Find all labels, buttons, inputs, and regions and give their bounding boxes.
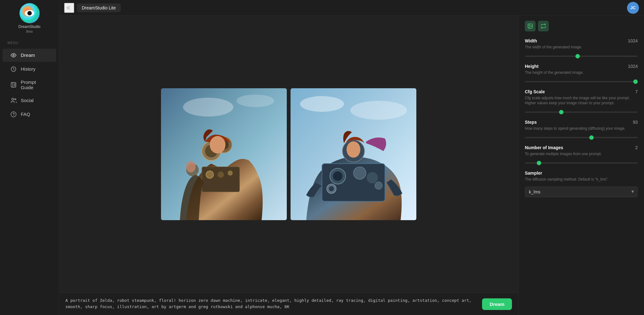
svg-point-21 [218, 171, 224, 178]
sampler-select[interactable]: k_lms k_euler k_euler_ancestral k_heun k… [525, 187, 638, 197]
width-slider[interactable] [525, 56, 638, 57]
num-images-slider[interactable] [525, 162, 638, 164]
svg-point-30 [333, 171, 342, 181]
svg-point-13 [236, 95, 274, 107]
cfg-scale-value: 7 [635, 89, 638, 94]
sidebar-item-social-label: Social [21, 98, 34, 103]
image-svg-2 [291, 88, 416, 220]
sidebar-item-prompt-guide-label: Prompt Guide [21, 79, 49, 90]
logo[interactable]: DreamStudio Beta [18, 3, 40, 34]
sampler-desc: The diffusion sampling method. Default i… [525, 177, 638, 182]
sidebar-item-dream[interactable]: Dream [3, 49, 56, 62]
width-desc: The width of the generated image. [525, 45, 638, 50]
svg-point-37 [375, 182, 382, 189]
logo-beta: Beta [18, 30, 40, 34]
num-images-header: Number of Images 2 [525, 145, 638, 150]
num-images-value: 2 [635, 145, 638, 150]
height-header: Height 1024 [525, 64, 638, 69]
help-icon [10, 111, 17, 118]
sidebar-item-history[interactable]: History [3, 62, 56, 76]
num-images-desc: To generate multiple images from one pro… [525, 151, 638, 157]
panel-top-icons [525, 21, 638, 31]
sidebar-item-faq[interactable]: FAQ [3, 108, 56, 121]
svg-point-20 [206, 171, 214, 178]
swap-icon-button[interactable] [538, 21, 549, 31]
num-images-label: Number of Images [525, 145, 563, 150]
svg-point-12 [183, 98, 233, 117]
height-slider-container[interactable] [525, 78, 638, 84]
user-avatar[interactable]: JC [627, 2, 639, 14]
clock-icon [10, 66, 17, 73]
num-images-setting: Number of Images 2 To generate multiple … [525, 145, 638, 165]
dream-button[interactable]: Dream [482, 298, 512, 310]
steps-label: Steps [525, 120, 537, 125]
sidebar-item-prompt-guide[interactable]: Prompt Guide [3, 76, 56, 93]
svg-point-32 [367, 172, 378, 183]
image-icon-button[interactable] [525, 21, 536, 31]
svg-rect-28 [322, 164, 385, 201]
cfg-scale-label: Cfg Scale [525, 89, 545, 94]
eye-icon [10, 52, 17, 59]
cfg-scale-header: Cfg Scale 7 [525, 89, 638, 94]
generated-image-1[interactable] [161, 88, 287, 220]
svg-point-9 [11, 111, 16, 117]
svg-point-34 [347, 141, 360, 158]
svg-point-22 [228, 171, 233, 176]
logo-eye [25, 10, 34, 16]
height-setting: Height 1024 The height of the generated … [525, 64, 638, 84]
sidebar-item-faq-label: FAQ [21, 111, 30, 117]
svg-point-36 [329, 186, 334, 191]
canvas-area: A portrait of Zelda, robot steampunk, fl… [59, 16, 518, 315]
width-value: 1024 [628, 38, 638, 43]
steps-value: 93 [633, 120, 638, 125]
sidebar: DreamStudio Beta MENU Dream History Prom… [0, 0, 59, 315]
svg-point-18 [210, 136, 225, 154]
users-icon [10, 97, 17, 104]
height-desc: The height of the generated image. [525, 70, 638, 75]
svg-rect-19 [202, 167, 240, 192]
cfg-scale-slider-container[interactable] [525, 108, 638, 114]
sidebar-item-dream-label: Dream [21, 52, 35, 58]
steps-slider-container[interactable] [525, 134, 638, 139]
steps-slider[interactable] [525, 137, 638, 138]
svg-point-0 [13, 54, 14, 56]
width-label: Width [525, 38, 537, 43]
back-button[interactable] [64, 3, 74, 13]
sampler-setting: Sampler The diffusion sampling method. D… [525, 171, 638, 197]
height-value: 1024 [628, 64, 638, 69]
steps-setting: Steps 93 How many steps to spend generat… [525, 120, 638, 139]
svg-point-7 [12, 98, 14, 100]
cfg-scale-desc: Cfg scale adjusts how much the image wil… [525, 95, 638, 106]
svg-point-31 [353, 167, 366, 179]
main-area: DreamStudio Lite JC [59, 0, 644, 315]
cfg-scale-slider[interactable] [525, 111, 638, 113]
prompt-bar: A portrait of Zelda, robot steampunk, fl… [59, 293, 518, 315]
menu-label: MENU [0, 41, 19, 45]
sampler-header: Sampler [525, 171, 638, 176]
right-panel: Width 1024 The width of the generated im… [518, 16, 644, 315]
logo-pupil [27, 11, 32, 15]
content-area: A portrait of Zelda, robot steampunk, fl… [59, 16, 644, 315]
sampler-select-wrapper[interactable]: k_lms k_euler k_euler_ancestral k_heun k… [525, 185, 638, 197]
width-slider-container[interactable] [525, 52, 638, 58]
height-slider[interactable] [525, 81, 638, 82]
image-svg-1 [161, 88, 287, 220]
sampler-label: Sampler [525, 171, 542, 176]
svg-point-27 [350, 101, 407, 120]
images-grid [59, 16, 518, 293]
top-bar: DreamStudio Lite JC [59, 0, 644, 16]
sidebar-item-social[interactable]: Social [3, 94, 56, 107]
svg-point-24 [186, 161, 196, 172]
logo-name: DreamStudio Beta [18, 24, 40, 34]
width-setting: Width 1024 The width of the generated im… [525, 38, 638, 58]
prompt-input[interactable]: A portrait of Zelda, robot steampunk, fl… [65, 297, 478, 311]
width-header: Width 1024 [525, 38, 638, 43]
svg-point-39 [529, 25, 530, 25]
num-images-slider-container[interactable] [525, 159, 638, 165]
steps-header: Steps 93 [525, 120, 638, 125]
cfg-scale-setting: Cfg Scale 7 Cfg scale adjusts how much t… [525, 89, 638, 114]
generated-image-2[interactable] [291, 88, 416, 220]
svg-point-8 [15, 98, 16, 100]
active-tab[interactable]: DreamStudio Lite [77, 3, 121, 12]
steps-desc: How many steps to spend generating (diff… [525, 126, 638, 131]
